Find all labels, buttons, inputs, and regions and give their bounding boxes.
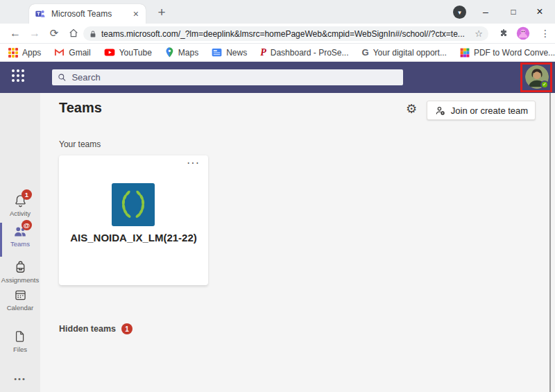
teams-main-panel: Teams ⚙ Join or create team Your teams ·…: [40, 93, 555, 392]
team-card-menu-icon[interactable]: ···: [187, 157, 200, 169]
team-name: AIS_NOIDA_IX_LM(21-22): [59, 230, 208, 246]
hidden-teams-badge: 1: [121, 323, 133, 334]
bookmark-pdf-converter[interactable]: PDF to Word Conve...: [460, 48, 555, 58]
back-button[interactable]: ←: [7, 25, 24, 42]
hidden-teams-label: Hidden teams: [59, 324, 116, 334]
tab-title: Microsoft Teams: [51, 9, 132, 19]
bookmark-label: News: [226, 48, 247, 58]
bookmark-apps[interactable]: Apps: [8, 48, 41, 58]
bookmark-maps[interactable]: Maps: [165, 47, 198, 58]
window-maximize-button[interactable]: □: [504, 4, 523, 19]
join-button-label: Join or create team: [451, 105, 528, 116]
pinterest-icon: P: [260, 47, 266, 58]
teams-app-header: [0, 62, 555, 93]
bookmark-label: Apps: [22, 48, 41, 58]
teams-favicon: [35, 8, 46, 19]
bookmark-digital[interactable]: G Your digital opport...: [362, 47, 447, 58]
bookmark-label: Maps: [178, 48, 198, 58]
news-icon: [212, 48, 222, 57]
chrome-menu-button[interactable]: ⋮: [537, 25, 554, 42]
calendar-icon: [13, 288, 28, 302]
bookmark-label: Your digital opport...: [373, 48, 447, 58]
tab-strip: Microsoft Teams × + ▾ – □ ×: [0, 0, 555, 24]
tab-close-icon[interactable]: ×: [132, 8, 140, 19]
apps-grid-icon: [8, 48, 18, 58]
hidden-teams-section[interactable]: Hidden teams 1: [59, 323, 133, 334]
sidebar-item-files[interactable]: Files: [0, 330, 40, 353]
backpack-icon: [13, 260, 28, 275]
browser-toolbar: ← → ⟳ teams.microsoft.com/_?lm=deeplink&…: [0, 24, 555, 44]
youtube-icon: [104, 48, 115, 57]
extensions-button[interactable]: [495, 25, 512, 42]
sidebar-item-assignments[interactable]: Assignments: [0, 260, 40, 284]
chrome-profile-avatar[interactable]: [515, 25, 531, 42]
reload-button[interactable]: ⟳: [46, 25, 62, 42]
bookmark-dashboard[interactable]: P Dashboard - ProSe...: [260, 47, 348, 58]
pdf-converter-icon: [460, 48, 470, 58]
waffle-menu-icon[interactable]: [12, 69, 24, 82]
browser-update-icon[interactable]: ▾: [453, 6, 466, 19]
file-icon: [13, 330, 27, 343]
window-close-button[interactable]: ×: [530, 4, 549, 19]
bookmark-youtube[interactable]: YouTube: [104, 48, 152, 58]
forward-button[interactable]: →: [26, 25, 43, 42]
home-icon: [68, 28, 79, 39]
address-bar[interactable]: teams.microsoft.com/_?lm=deeplink&lmsrc=…: [83, 26, 488, 41]
bookmark-label: YouTube: [119, 48, 152, 58]
teams-app-body: 1 Activity @ Teams: [0, 93, 555, 392]
sidebar-item-more[interactable]: •••: [0, 375, 40, 383]
sidebar-item-teams[interactable]: @ Teams: [0, 224, 40, 248]
red-annotation-box: [520, 62, 552, 92]
bookmark-gmail[interactable]: Gmail: [54, 48, 90, 58]
teams-mention-badge: @: [22, 220, 32, 230]
browser-tab[interactable]: Microsoft Teams ×: [29, 4, 146, 24]
url-text[interactable]: teams.microsoft.com/_?lm=deeplink&lmsrc=…: [101, 29, 475, 39]
bookmark-news[interactable]: News: [212, 48, 247, 58]
team-logo-laurel: [112, 183, 155, 226]
maps-pin-icon: [165, 47, 174, 58]
page-title: Teams: [59, 100, 102, 116]
scrollbar[interactable]: [549, 93, 551, 392]
gmail-icon: [54, 48, 65, 57]
bookmarks-bar: Apps Gmail YouTube Maps: [0, 44, 555, 62]
browser-window: Microsoft Teams × + ▾ – □ × ← → ⟳ teams.…: [0, 0, 555, 392]
team-card[interactable]: ···: [59, 155, 208, 285]
teams-search-box[interactable]: [52, 69, 403, 85]
lock-icon[interactable]: [89, 30, 97, 38]
sidebar-item-activity[interactable]: 1 Activity: [0, 194, 40, 217]
profile-avatar-icon: [516, 26, 530, 40]
activity-badge: 1: [22, 189, 32, 200]
your-teams-label: Your teams: [59, 139, 101, 149]
manage-teams-gear-icon[interactable]: ⚙: [406, 101, 417, 117]
new-tab-button[interactable]: +: [153, 3, 171, 22]
bookmark-star-icon[interactable]: ☆: [475, 28, 483, 39]
ellipsis-icon: •••: [0, 375, 40, 383]
sidebar-item-calendar[interactable]: Calendar: [0, 288, 40, 312]
bookmark-label: Gmail: [69, 48, 90, 58]
window-minimize-button[interactable]: –: [476, 4, 495, 19]
bookmark-label: PDF to Word Conve...: [474, 48, 555, 58]
join-or-create-team-button[interactable]: Join or create team: [427, 101, 536, 120]
bookmark-label: Dashboard - ProSe...: [271, 48, 349, 58]
person-add-icon: [434, 105, 446, 117]
google-g-icon: G: [362, 47, 369, 58]
search-icon: [58, 73, 66, 82]
home-button[interactable]: [65, 25, 82, 42]
search-input[interactable]: [71, 72, 398, 83]
puzzle-icon: [498, 28, 509, 39]
app-sidebar: 1 Activity @ Teams: [0, 93, 40, 392]
